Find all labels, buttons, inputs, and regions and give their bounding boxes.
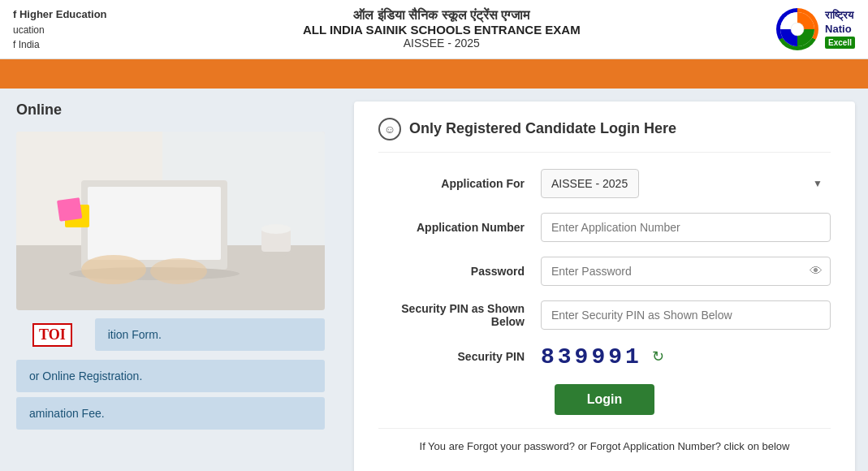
logo-emblem bbox=[776, 8, 818, 50]
security-pin-label: Security PIN as Shown Below bbox=[378, 302, 541, 328]
chevron-down-icon: ▼ bbox=[813, 178, 823, 189]
left-panel: Online bbox=[0, 89, 341, 472]
left-panel-title: Online bbox=[0, 89, 341, 125]
application-for-row: Application For AISSEE - 2025 AISSEE - 2… bbox=[378, 169, 831, 198]
svg-point-1 bbox=[791, 23, 804, 36]
english-title: ALL INDIA SAINIK SCHOOLS ENTRANCE EXAM bbox=[107, 23, 777, 37]
link-item-1[interactable]: or Online Registration. bbox=[16, 360, 325, 392]
application-for-label: Application For bbox=[378, 177, 541, 190]
orange-banner bbox=[0, 59, 868, 89]
toi-badge: TOI bbox=[32, 323, 72, 347]
link-item-2[interactable]: ition Form. bbox=[95, 318, 325, 351]
captcha-value: 839991 bbox=[541, 344, 642, 369]
application-for-wrapper[interactable]: AISSEE - 2025 AISSEE - 2024 AISSEE - 202… bbox=[541, 169, 831, 198]
security-pin-input[interactable] bbox=[541, 300, 831, 330]
password-wrapper: 👁 bbox=[541, 257, 831, 286]
logo-text: राष्ट्रिय Natio Excell bbox=[825, 9, 855, 49]
captcha-display-area: 839991 ↻ bbox=[541, 344, 664, 369]
password-row: Password 👁 bbox=[378, 257, 831, 286]
login-button[interactable]: Login bbox=[555, 384, 655, 415]
page-header: f Higher Education ucation f India ऑल इं… bbox=[0, 0, 868, 59]
toi-label: TOI bbox=[39, 326, 66, 344]
svg-rect-6 bbox=[88, 187, 221, 260]
org-info: f Higher Education ucation f India bbox=[13, 6, 107, 52]
exam-year: AISSEE - 2025 bbox=[107, 37, 777, 50]
login-button-row: Login bbox=[378, 384, 831, 415]
hero-image-inner bbox=[16, 132, 325, 310]
application-number-row: Application Number bbox=[378, 213, 831, 242]
org-line1: f Higher Education bbox=[13, 6, 107, 23]
exam-info: ऑल इंडिया सैनिक स्कूल एंट्रेंस एग्जाम AL… bbox=[107, 8, 777, 50]
application-number-input[interactable] bbox=[541, 213, 831, 242]
password-label: Password bbox=[378, 265, 541, 278]
captcha-label: Security PIN bbox=[378, 350, 541, 363]
application-for-select[interactable]: AISSEE - 2025 AISSEE - 2024 AISSEE - 202… bbox=[541, 169, 639, 198]
user-icon: ☺ bbox=[378, 118, 401, 140]
svg-point-14 bbox=[261, 224, 291, 234]
hindi-title: ऑल इंडिया सैनिक स्कूल एंट्रेंस एग्जाम bbox=[107, 8, 777, 23]
eye-icon[interactable]: 👁 bbox=[810, 264, 823, 279]
svg-rect-11 bbox=[57, 197, 82, 222]
svg-point-8 bbox=[81, 255, 146, 284]
org-line2: ucation bbox=[13, 23, 107, 37]
refresh-icon[interactable]: ↻ bbox=[652, 348, 664, 365]
toi-row: TOI ition Form. bbox=[16, 317, 325, 353]
login-title: Only Registered Candidate Login Here bbox=[409, 120, 676, 137]
svg-point-9 bbox=[150, 258, 207, 284]
security-pin-input-row: Security PIN as Shown Below bbox=[378, 300, 831, 330]
login-panel: ☺ Only Registered Candidate Login Here A… bbox=[354, 102, 855, 472]
logo-area: राष्ट्रिय Natio Excell bbox=[776, 8, 855, 50]
forgot-text: If You are Forgot your password? or Forg… bbox=[378, 428, 831, 452]
login-header: ☺ Only Registered Candidate Login Here bbox=[378, 118, 831, 153]
password-input[interactable] bbox=[541, 257, 831, 286]
application-number-label: Application Number bbox=[378, 221, 541, 234]
left-links: or Online Registration. amination Fee. bbox=[0, 360, 341, 430]
main-content: Online bbox=[0, 89, 868, 472]
hero-image bbox=[16, 132, 325, 310]
org-line3: f India bbox=[13, 37, 107, 52]
link-item-3[interactable]: amination Fee. bbox=[16, 397, 325, 430]
security-pin-display-row: Security PIN 839991 ↻ bbox=[378, 344, 831, 369]
